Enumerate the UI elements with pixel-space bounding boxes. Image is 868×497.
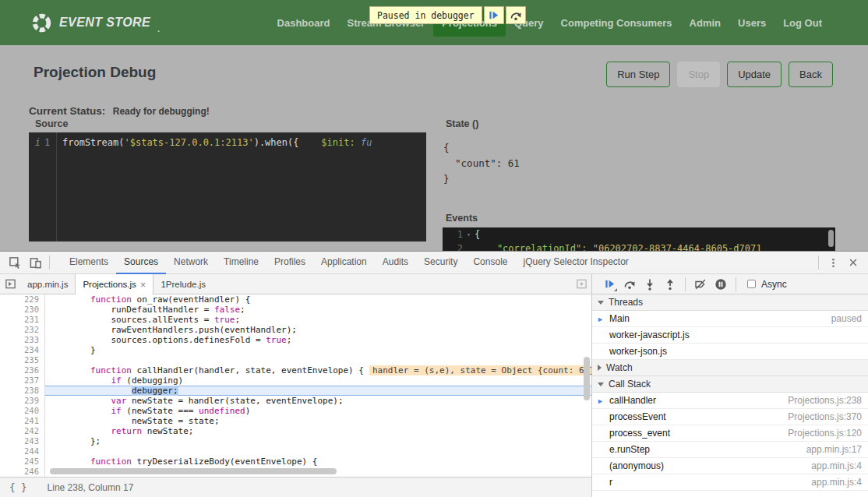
events-scrollbar-thumb[interactable] [828,230,834,247]
line-number[interactable]: 229 [0,294,45,305]
step-into-button[interactable] [640,275,659,294]
code-line-content[interactable]: function on_raw(eventHandler) { [45,294,591,305]
source-code-line[interactable]: fromStream('$stats-127.0.0.1:2113').when… [57,132,426,241]
nav-item-competing-consumers[interactable]: Competing Consumers [552,9,681,37]
show-navigator-button[interactable] [0,274,20,294]
close-devtools-button[interactable] [843,252,863,273]
code-line-content[interactable]: return newState; [45,426,591,436]
devtools-tab-security[interactable]: Security [416,252,465,274]
line-number[interactable]: 245 [0,456,45,467]
sidebar-row-processevent[interactable]: processEventProjections.js:370 [592,409,868,425]
update-button[interactable]: Update [727,62,782,87]
code-line-content[interactable]: newState = state; [45,416,591,426]
devtools-tab-timeline[interactable]: Timeline [216,252,266,274]
section-header-watch[interactable]: Watch [592,360,868,376]
overlay-step-over-button[interactable] [506,6,526,24]
code-line-content[interactable]: function callHandler(handler, state, eve… [45,365,591,375]
inspect-element-button[interactable] [5,252,25,273]
line-number[interactable]: 240 [0,406,45,416]
code-line-content[interactable]: sources.options.definesFold = true; [45,335,591,345]
event-store-logo[interactable]: EVENT STORE . [31,12,160,33]
pause-on-exceptions-button[interactable] [711,275,730,294]
pretty-print-button[interactable]: { } [9,481,27,493]
sidebar-row-process-event[interactable]: process_eventProjections.js:120 [592,425,868,442]
close-icon [848,257,859,268]
line-number[interactable]: 231 [0,315,45,325]
sidebar-row-r[interactable]: rapp.min.js:4 [592,474,868,491]
nav-item-users[interactable]: Users [729,9,774,37]
step-over-button[interactable] [620,275,639,294]
async-checkbox[interactable] [747,280,756,288]
devtools-tab-jquery-selector-inspector[interactable]: jQuery Selector Inspector [515,252,636,274]
devtools-tab-audits[interactable]: Audits [375,252,416,274]
code-line-content[interactable]: if (debugging) [45,375,591,386]
vertical-scrollbar-thumb[interactable] [584,357,590,400]
devtools-tab-network[interactable]: Network [166,252,216,274]
code-line-244: 244 [0,446,591,456]
code-line-content[interactable]: sources.allEvents = true; [45,315,591,325]
source-editor[interactable]: i1 fromStream('$stats-127.0.0.1:2113').w… [29,132,426,241]
code-line-content[interactable]: function tryDeserializeBody(eventEnvelop… [45,456,591,467]
tab-close-icon[interactable]: × [140,279,146,291]
line-number[interactable]: 241 [0,416,45,426]
nav-item-dashboard[interactable]: Dashboard [269,9,339,37]
fold-icon[interactable]: ▾ [463,227,475,241]
line-number[interactable]: 237 [0,375,45,386]
devtools-tab-sources[interactable]: Sources [116,252,166,274]
device-toolbar-button[interactable] [25,252,45,273]
step-out-button[interactable] [661,275,679,294]
line-number[interactable]: 236 [0,365,45,375]
line-number[interactable]: 233 [0,335,45,345]
nav-item-admin[interactable]: Admin [681,9,729,37]
line-number[interactable]: 234 [0,345,45,355]
code-line-content[interactable]: }; [45,436,591,446]
code-editor[interactable]: 229 function on_raw(eventHandler) {230 r… [0,294,591,477]
line-number[interactable]: 232 [0,325,45,335]
events-editor[interactable]: 1▾{2 "correlationId": "06202702-8837-446… [443,227,835,251]
line-number[interactable]: 243 [0,436,45,446]
section-header-threads[interactable]: Threads [592,294,868,311]
run-step-button[interactable]: Run Step [606,62,670,87]
sidebar-row-worker-json-js[interactable]: worker-json.js [592,344,868,360]
devtools-tab-elements[interactable]: Elements [62,252,116,274]
deactivate-breakpoints-button[interactable] [691,275,710,294]
current-position-arrow-icon: ► [597,312,604,327]
horizontal-scrollbar-thumb[interactable] [50,468,337,474]
file-tab-1prelude-js[interactable]: 1Prelude.js [153,274,213,294]
code-line-242: 242 return newState; [0,426,591,436]
line-number[interactable]: 242 [0,426,45,436]
line-number[interactable]: 238 [0,386,45,396]
line-number[interactable]: 235 [0,355,45,365]
toggle-sidebar-button[interactable] [571,274,591,294]
overflow-menu-button[interactable] [823,252,843,273]
code-line-content[interactable]: if (newState === undefined) [45,406,591,416]
code-line-content[interactable]: debugger; [45,386,591,396]
nav-item-log-out[interactable]: Log Out [774,9,831,37]
section-header-call-stack[interactable]: Call Stack [592,376,868,393]
line-number[interactable]: 230 [0,305,45,315]
code-line-content[interactable] [45,355,591,365]
async-label: Async [761,279,787,290]
file-tab-projections-js[interactable]: Projections.js× [75,274,153,294]
line-number[interactable]: 244 [0,446,45,456]
sidebar-row-callhandler[interactable]: ►callHandlerProjections.js:238 [592,393,868,409]
file-tab-app-min-js[interactable]: app.min.js [20,274,75,294]
code-line-content[interactable]: rawEventHandlers.push(eventHandler); [45,325,591,335]
back-button[interactable]: Back [789,62,833,87]
deactivate-breakpoints-icon [694,278,707,291]
code-line-content[interactable]: var newState = handler(state, eventEnvel… [45,396,591,406]
code-line-content[interactable]: runDefaultHandler = false; [45,305,591,315]
devtools-tab-console[interactable]: Console [465,252,515,274]
code-line-content[interactable] [45,446,591,456]
resume-button[interactable] [600,275,619,294]
sidebar-row-anonymous[interactable]: (anonymous)app.min.js:4 [592,458,868,474]
sidebar-row-main[interactable]: ►Mainpaused [592,311,868,327]
overlay-resume-button[interactable] [484,6,504,24]
sidebar-row-e-runstep[interactable]: e.runStepapp.min.js:17 [592,442,868,458]
sidebar-row-worker-javascript-js[interactable]: worker-javascript.js [592,327,868,344]
line-number[interactable]: 246 [0,467,45,477]
code-line-content[interactable]: } [45,345,591,355]
devtools-tab-profiles[interactable]: Profiles [266,252,313,274]
line-number[interactable]: 239 [0,396,45,406]
devtools-tab-application[interactable]: Application [313,252,375,274]
